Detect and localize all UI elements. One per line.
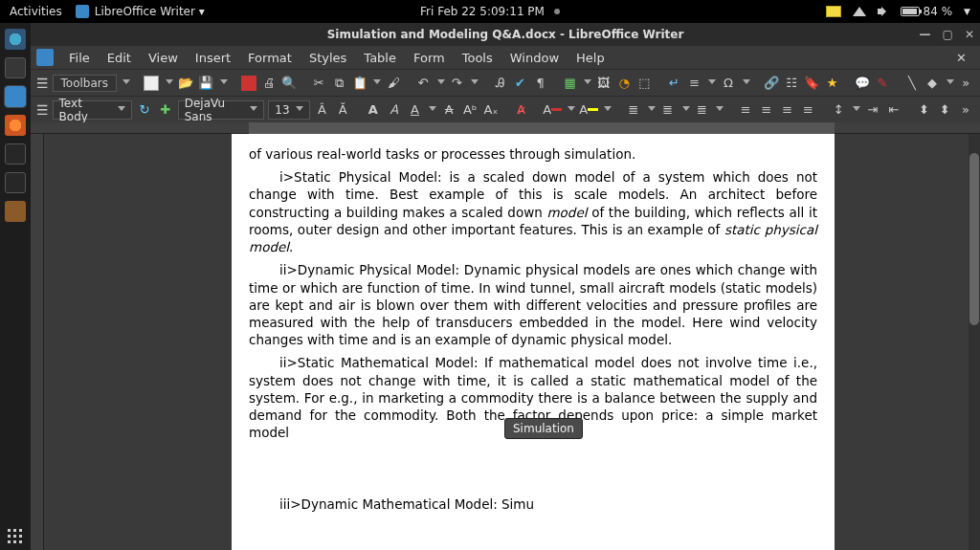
sidebar-toggle-icon[interactable]: ☰ [36,76,49,91]
horizontal-ruler[interactable] [31,122,980,134]
chevron-down-icon[interactable] [373,79,381,87]
font-name-combo[interactable]: DejaVu Sans [178,100,265,120]
dock-app-other2[interactable] [5,201,26,222]
dock-app-chromium[interactable] [5,29,26,50]
menu-help[interactable]: Help [568,49,612,67]
image-button[interactable]: 🖼 [595,74,612,93]
chevron-down-icon[interactable] [947,79,954,87]
underline-button[interactable]: A [407,100,424,120]
align-left-button[interactable]: ≡ [737,100,754,120]
menu-form[interactable]: Form [406,49,453,67]
sidebar-toggle-icon[interactable]: ☰ [36,102,49,118]
print-button[interactable]: 🖨 [260,74,277,93]
dock-app-files[interactable] [5,57,26,78]
clear-formatting-button[interactable]: A̷ [513,100,530,120]
chevron-down-icon[interactable] [166,79,173,87]
footnote-button[interactable]: ☷ [784,74,800,93]
dock-app-libreoffice[interactable] [5,86,26,107]
highlight-button[interactable]: A [579,100,598,120]
menu-format[interactable]: Format [240,49,300,67]
line-spacing-button[interactable]: ↕ [830,100,847,120]
indicator-icon[interactable] [826,6,841,17]
track-changes-button[interactable]: ✎ [874,74,890,93]
align-right-button[interactable]: ≡ [779,100,796,120]
bullets-button[interactable]: ≣ [625,100,642,120]
activities-button[interactable]: Activities [10,5,62,18]
system-menu-chevron-icon[interactable]: ▼ [964,7,970,16]
increase-indent-button[interactable]: ⇥ [864,100,881,120]
chevron-down-icon[interactable] [853,106,860,114]
paragraph[interactable]: iii>Dynamic Mathematical Model: Simu [249,495,817,513]
paragraph[interactable]: i>Static Physical Model: is a scaled dow… [249,168,817,255]
find-button[interactable]: Ꭿ [492,74,508,93]
export-pdf-button[interactable] [240,74,256,93]
scrollbar-thumb[interactable] [969,153,979,325]
toolbars-dropdown[interactable]: Toolbars [53,75,117,92]
outline-button[interactable]: ≣ [694,100,711,120]
dock-app-terminal[interactable] [5,143,26,165]
dock-app-firefox[interactable] [5,115,26,136]
chevron-down-icon[interactable] [743,79,750,87]
update-style-button[interactable]: ↻ [136,100,153,120]
font-size-combo[interactable]: 13 [268,100,309,120]
menu-edit[interactable]: Edit [100,49,139,67]
chevron-down-icon[interactable] [648,106,656,114]
decrease-indent-button[interactable]: ⇤ [885,100,902,120]
window-close-button[interactable]: ✕ [965,28,974,41]
chart-button[interactable]: ◔ [616,74,633,93]
undo-button[interactable]: ↶ [414,74,431,93]
align-center-button[interactable]: ≡ [758,100,775,120]
table-button[interactable]: ▦ [562,74,578,93]
cross-ref-button[interactable]: ★ [824,74,840,93]
vertical-scrollbar[interactable] [969,134,980,550]
menu-file[interactable]: File [61,49,98,67]
new-style-button[interactable]: ✚ [157,100,174,120]
paragraph[interactable]: of various real-world tasks or processes… [249,145,817,163]
current-app-menu[interactable]: LibreOffice Writer ▾ [76,5,205,18]
more-button[interactable]: » [958,74,974,93]
chevron-down-icon[interactable] [437,79,445,87]
menu-styles[interactable]: Styles [301,49,354,67]
line-button[interactable]: ╲ [903,74,920,93]
chevron-down-icon[interactable] [716,106,724,114]
window-maximize-button[interactable]: ▢ [943,28,953,41]
subscript-button[interactable]: Aₓ [482,100,500,120]
italic-button[interactable]: A [386,100,403,120]
paste-button[interactable]: 📋 [351,74,368,93]
chevron-down-icon[interactable] [682,106,690,114]
spellcheck-button[interactable]: ✔ [512,74,528,93]
menu-view[interactable]: View [141,49,186,67]
shrink-font-button[interactable]: Ă [334,100,351,120]
justify-button[interactable]: ≡ [800,100,817,120]
chevron-down-icon[interactable] [220,79,228,87]
special-char-button[interactable]: Ω [720,74,736,93]
cut-button[interactable]: ✂ [311,74,327,93]
para-spacing-inc-button[interactable]: ⬍ [915,100,932,120]
hyperlink-button[interactable]: 🔗 [763,74,779,93]
font-color-button[interactable]: A [543,100,562,120]
copy-button[interactable]: ⧉ [331,74,347,93]
menu-insert[interactable]: Insert [188,49,238,67]
chevron-down-icon[interactable] [708,79,716,87]
paragraph[interactable]: ii>Dynamic Physical Model: Dynamic physi… [249,261,817,348]
print-preview-button[interactable]: 🔍 [281,74,298,93]
dock-app-other[interactable] [5,172,26,193]
battery-status[interactable]: 84 % [901,5,953,18]
bold-button[interactable]: A [365,100,382,120]
shapes-button[interactable]: ◆ [924,74,940,93]
chevron-down-icon[interactable] [471,79,479,87]
show-applications-button[interactable] [8,529,23,544]
page-break-button[interactable]: ↵ [666,74,682,93]
clone-formatting-button[interactable]: 🖌 [385,74,401,93]
text-box-button[interactable]: ⬚ [636,74,653,93]
paragraph-style-combo[interactable]: Text Body [53,100,132,120]
para-spacing-dec-button[interactable]: ⬍ [936,100,953,120]
vertical-ruler[interactable] [31,134,44,550]
bookmark-button[interactable]: 🔖 [804,74,820,93]
menu-tools[interactable]: Tools [455,49,501,67]
chevron-down-icon[interactable] [584,79,591,87]
window-minimize-button[interactable]: — [920,28,931,41]
formatting-marks-button[interactable]: ¶ [532,74,548,93]
window-titlebar[interactable]: Simulation and Modeling Q&A.docx - Libre… [31,23,980,46]
chevron-down-icon[interactable] [604,106,612,114]
